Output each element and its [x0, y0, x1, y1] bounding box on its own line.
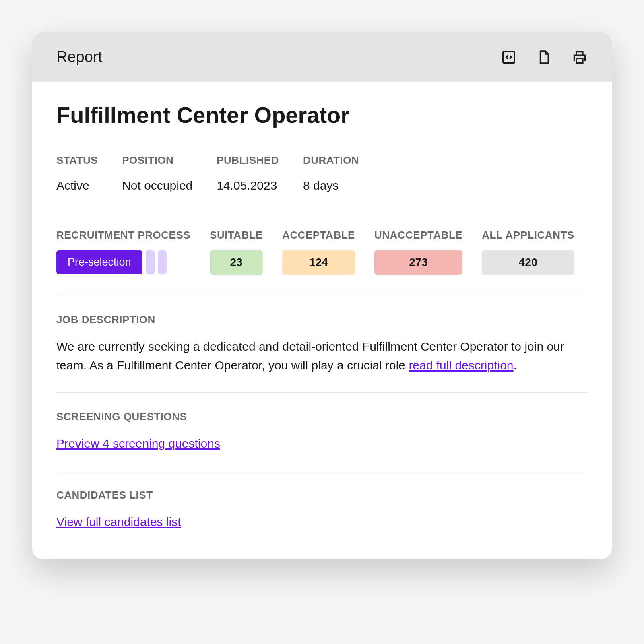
screening-questions-section: Screening Questions Preview 4 screening … — [56, 411, 588, 471]
print-icon[interactable] — [572, 49, 588, 65]
process-stage-next-2[interactable] — [158, 250, 167, 274]
process-stage-next-1[interactable] — [146, 250, 155, 274]
meta-position-value: Not occupied — [122, 179, 192, 192]
stats-row: Recruitment Process Pre-selection Suitab… — [56, 229, 588, 294]
stat-suitable: Suitable 23 — [210, 229, 263, 275]
stat-unacceptable-label: Unacceptable — [374, 229, 462, 242]
meta-row: Status Active Position Not occupied Publ… — [56, 154, 588, 213]
meta-duration-label: Duration — [303, 154, 359, 167]
stat-acceptable-value[interactable]: 124 — [282, 250, 355, 275]
svg-rect-0 — [503, 51, 515, 63]
candidates-list-section: Candidates List View full candidates lis… — [56, 489, 588, 532]
process-stage-current[interactable]: Pre-selection — [56, 250, 142, 274]
meta-status-value: Active — [56, 179, 98, 192]
meta-duration-value: 8 days — [303, 179, 359, 192]
recruitment-process: Recruitment Process Pre-selection — [56, 229, 190, 274]
stat-unacceptable: Unacceptable 273 — [374, 229, 462, 275]
meta-status-label: Status — [56, 154, 98, 167]
process-stage-pills: Pre-selection — [56, 250, 190, 274]
stat-acceptable: Acceptable 124 — [282, 229, 355, 275]
job-description-section: Job Description We are currently seeking… — [56, 314, 588, 393]
preview-screening-link[interactable]: Preview 4 screening questions — [56, 437, 220, 450]
header-title: Report — [56, 48, 102, 66]
stat-all-label: All Applicants — [482, 229, 574, 242]
job-description-label: Job Description — [56, 314, 588, 326]
card-body: Fulfillment Center Operator Status Activ… — [32, 82, 612, 559]
meta-published-label: Published — [217, 154, 279, 167]
read-full-description-link[interactable]: read full description — [409, 359, 513, 372]
job-description-text: We are currently seeking a dedicated and… — [56, 337, 588, 375]
header-actions — [501, 49, 588, 65]
candidates-label: Candidates List — [56, 489, 588, 502]
meta-position: Position Not occupied — [122, 154, 192, 192]
svg-rect-1 — [576, 58, 583, 63]
meta-published: Published 14.05.2023 — [217, 154, 279, 192]
meta-position-label: Position — [122, 154, 192, 167]
report-card: Report — [32, 32, 612, 559]
screening-label: Screening Questions — [56, 411, 588, 423]
meta-published-value: 14.05.2023 — [217, 179, 279, 192]
stat-suitable-label: Suitable — [210, 229, 263, 242]
stat-suitable-value[interactable]: 23 — [210, 250, 263, 275]
stat-all-applicants: All Applicants 420 — [482, 229, 574, 275]
stat-unacceptable-value[interactable]: 273 — [374, 250, 462, 275]
code-icon[interactable] — [501, 49, 517, 65]
meta-status: Status Active — [56, 154, 98, 192]
card-header: Report — [32, 32, 612, 82]
stat-acceptable-label: Acceptable — [282, 229, 355, 242]
stat-all-value[interactable]: 420 — [482, 250, 574, 275]
page-title: Fulfillment Center Operator — [56, 102, 588, 128]
meta-duration: Duration 8 days — [303, 154, 359, 192]
view-candidates-link[interactable]: View full candidates list — [56, 515, 181, 528]
document-icon[interactable] — [536, 49, 552, 65]
recruitment-process-label: Recruitment Process — [56, 229, 190, 242]
job-description-suffix: . — [514, 359, 517, 372]
